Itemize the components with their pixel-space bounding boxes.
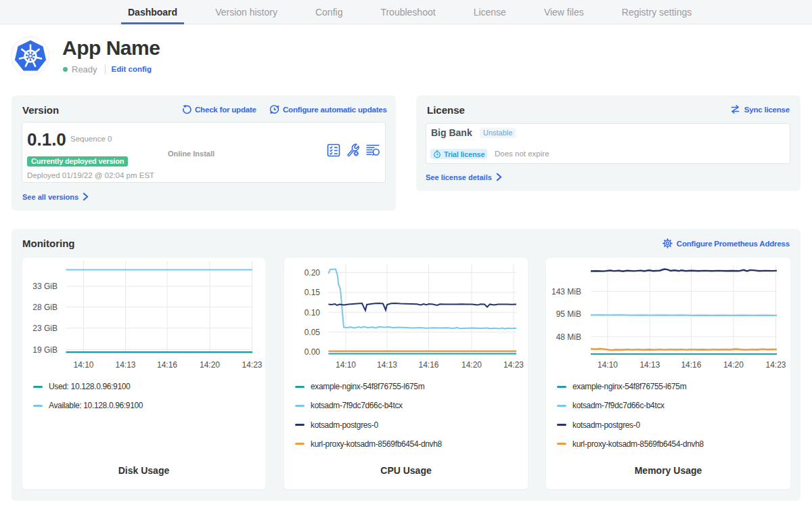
svg-text:14:20: 14:20 xyxy=(723,360,744,370)
svg-text:28 GiB: 28 GiB xyxy=(32,303,58,312)
svg-text:14:16: 14:16 xyxy=(681,360,701,370)
svg-text:143 MiB: 143 MiB xyxy=(551,287,581,297)
svg-text:14:16: 14:16 xyxy=(418,360,438,370)
svg-text:14:13: 14:13 xyxy=(639,360,660,370)
svg-text:14:20: 14:20 xyxy=(461,360,482,370)
svg-text:0.15: 0.15 xyxy=(304,288,321,297)
svg-text:95 MiB: 95 MiB xyxy=(556,309,581,319)
svg-text:0.20: 0.20 xyxy=(304,268,321,278)
svg-text:0.10: 0.10 xyxy=(304,308,321,317)
svg-text:14:20: 14:20 xyxy=(200,360,220,370)
svg-text:14:23: 14:23 xyxy=(503,360,524,370)
svg-text:0.05: 0.05 xyxy=(304,328,321,337)
svg-text:0.00: 0.00 xyxy=(304,347,321,357)
svg-text:14:13: 14:13 xyxy=(377,360,397,370)
svg-text:14:23: 14:23 xyxy=(765,360,786,370)
svg-text:14:16: 14:16 xyxy=(157,360,177,370)
svg-text:14:23: 14:23 xyxy=(242,360,262,370)
svg-text:14:13: 14:13 xyxy=(115,360,135,370)
svg-text:23 GiB: 23 GiB xyxy=(32,324,58,333)
svg-text:14:10: 14:10 xyxy=(597,360,618,370)
svg-text:33 GiB: 33 GiB xyxy=(32,282,58,291)
svg-text:14:10: 14:10 xyxy=(336,360,356,370)
svg-text:48 MiB: 48 MiB xyxy=(556,332,581,342)
svg-text:14:10: 14:10 xyxy=(73,360,93,370)
svg-text:19 GiB: 19 GiB xyxy=(32,345,58,355)
